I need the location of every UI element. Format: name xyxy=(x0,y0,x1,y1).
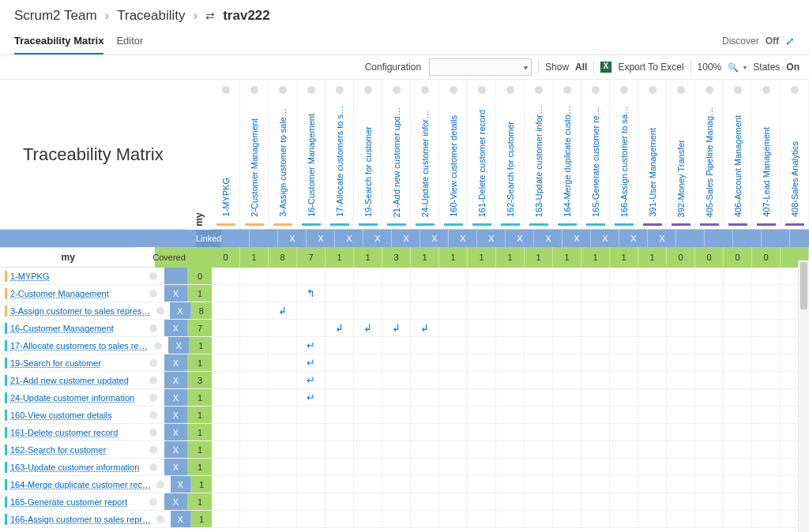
row-link[interactable]: 3-Assign customer to sales repres… xyxy=(10,306,150,316)
matrix-cell[interactable] xyxy=(240,459,269,475)
column-label[interactable]: 163-Update customer infor… xyxy=(534,106,544,220)
matrix-cell[interactable] xyxy=(752,511,781,527)
matrix-cell[interactable] xyxy=(581,302,610,319)
matrix-cell[interactable] xyxy=(297,302,325,319)
column-label[interactable]: 405-Sales Pipeline Manag… xyxy=(705,107,714,220)
column-label[interactable]: 17-Allocate customers to s… xyxy=(335,106,344,220)
matrix-cell[interactable] xyxy=(525,424,553,440)
zoom-value[interactable]: 100% xyxy=(698,62,722,73)
matrix-cell[interactable] xyxy=(411,354,439,371)
matrix-cell[interactable] xyxy=(240,389,269,406)
matrix-cell[interactable] xyxy=(325,476,354,493)
matrix-cell[interactable] xyxy=(439,493,468,510)
vertical-scrollbar[interactable] xyxy=(798,260,809,528)
matrix-cell[interactable] xyxy=(553,459,581,475)
matrix-cell[interactable] xyxy=(496,406,525,423)
row-link[interactable]: 17-Allocate customers to sales re… xyxy=(10,341,148,350)
column-label[interactable]: 1-MYPKG xyxy=(221,178,231,220)
column-label[interactable]: 408-Sales Analytics xyxy=(790,141,800,220)
matrix-cell[interactable] xyxy=(212,268,240,284)
matrix-cell[interactable] xyxy=(325,268,354,284)
matrix-cell[interactable]: ↲ xyxy=(411,320,439,336)
matrix-cell[interactable] xyxy=(382,441,411,458)
matrix-cell[interactable] xyxy=(553,476,581,493)
matrix-cell[interactable] xyxy=(525,372,553,388)
matrix-cell[interactable] xyxy=(354,441,382,458)
matrix-cell[interactable] xyxy=(553,424,581,440)
matrix-cell[interactable] xyxy=(752,354,781,371)
matrix-cell[interactable] xyxy=(496,389,525,406)
matrix-cell[interactable] xyxy=(439,459,468,475)
matrix-cell[interactable] xyxy=(354,268,382,284)
matrix-cell[interactable] xyxy=(269,424,297,440)
matrix-cell[interactable] xyxy=(240,372,269,388)
column-header[interactable]: 160-View customer details xyxy=(439,80,468,229)
row-link[interactable]: 162-Search for customer xyxy=(10,445,106,455)
matrix-cell[interactable] xyxy=(638,320,667,336)
column-label[interactable]: 391-User Management xyxy=(648,128,657,220)
matrix-cell[interactable] xyxy=(667,337,695,354)
matrix-cell[interactable] xyxy=(667,406,695,423)
matrix-cell[interactable] xyxy=(724,511,752,527)
matrix-cell[interactable] xyxy=(610,459,638,475)
matrix-cell[interactable] xyxy=(439,320,468,336)
matrix-cell[interactable] xyxy=(667,389,695,406)
column-header[interactable]: 19-Search for customer xyxy=(354,80,382,229)
matrix-cell[interactable] xyxy=(269,476,297,493)
column-label[interactable]: 392-Money Transfer xyxy=(676,140,686,220)
matrix-cell[interactable] xyxy=(212,354,240,371)
matrix-cell[interactable] xyxy=(638,372,667,388)
matrix-cell[interactable] xyxy=(240,493,269,510)
column-header[interactable]: 405-Sales Pipeline Manag… xyxy=(695,80,724,229)
matrix-cell[interactable] xyxy=(752,459,781,475)
matrix-cell[interactable] xyxy=(411,389,439,406)
matrix-cell[interactable] xyxy=(724,476,752,493)
matrix-cell[interactable] xyxy=(411,476,439,493)
matrix-cell[interactable] xyxy=(439,372,468,388)
matrix-cell[interactable] xyxy=(354,337,382,354)
matrix-cell[interactable] xyxy=(525,320,553,336)
matrix-cell[interactable] xyxy=(581,493,610,510)
matrix-cell[interactable] xyxy=(581,459,610,475)
matrix-cell[interactable] xyxy=(638,424,667,440)
matrix-cell[interactable] xyxy=(468,302,496,319)
matrix-cell[interactable] xyxy=(752,372,781,388)
matrix-cell[interactable] xyxy=(468,285,496,302)
matrix-cell[interactable] xyxy=(325,406,354,423)
matrix-cell[interactable] xyxy=(212,406,240,423)
matrix-cell[interactable] xyxy=(553,389,581,406)
matrix-cell[interactable] xyxy=(496,372,525,388)
matrix-cell[interactable] xyxy=(695,320,724,336)
matrix-cell[interactable] xyxy=(610,302,638,319)
column-header[interactable]: 2-Customer Management xyxy=(240,80,269,229)
matrix-cell[interactable] xyxy=(269,372,297,388)
matrix-cell[interactable] xyxy=(496,493,525,510)
matrix-cell[interactable] xyxy=(695,389,724,406)
matrix-cell[interactable] xyxy=(610,476,638,493)
matrix-cell[interactable]: ↵ xyxy=(297,372,325,388)
matrix-cell[interactable] xyxy=(667,302,695,319)
matrix-cell[interactable] xyxy=(240,285,269,302)
matrix-cell[interactable] xyxy=(724,389,752,406)
matrix-cell[interactable] xyxy=(496,354,525,371)
matrix-cell[interactable] xyxy=(212,372,240,388)
matrix-cell[interactable] xyxy=(525,459,553,475)
matrix-cell[interactable] xyxy=(297,320,325,336)
column-label[interactable]: 16-Customer Management xyxy=(307,114,316,220)
matrix-cell[interactable] xyxy=(496,511,525,527)
matrix-cell[interactable] xyxy=(212,337,240,354)
matrix-cell[interactable] xyxy=(439,441,468,458)
matrix-cell[interactable] xyxy=(695,268,724,284)
matrix-cell[interactable] xyxy=(695,354,724,371)
column-label[interactable]: 406-Account Management xyxy=(733,115,743,220)
matrix-cell[interactable] xyxy=(667,372,695,388)
matrix-cell[interactable] xyxy=(240,406,269,423)
matrix-cell[interactable] xyxy=(212,493,240,510)
column-header[interactable]: 3-Assign customer to sale… xyxy=(269,80,297,229)
matrix-cell[interactable] xyxy=(553,372,581,388)
matrix-cell[interactable] xyxy=(724,285,752,302)
matrix-cell[interactable] xyxy=(468,511,496,527)
matrix-cell[interactable] xyxy=(610,372,638,388)
matrix-cell[interactable] xyxy=(240,511,269,527)
zoom-icon[interactable] xyxy=(728,62,739,73)
